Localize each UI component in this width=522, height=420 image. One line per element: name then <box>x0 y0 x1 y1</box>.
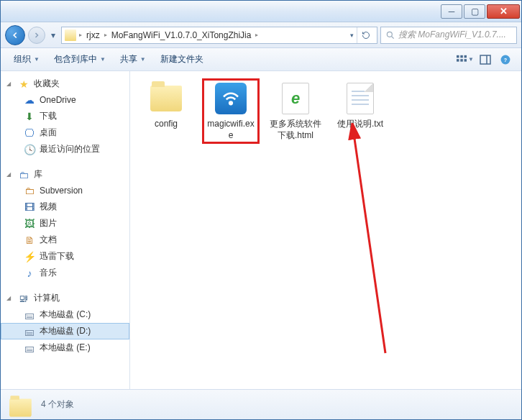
history-dropdown[interactable]: ▾ <box>48 28 58 42</box>
sidebar-item-downloads[interactable]: ⬇下载 <box>1 108 129 124</box>
help-icon: ? <box>500 55 510 65</box>
address-bar[interactable]: ▸ rjxz ▸ MoFangWiFi_V1.0.7.0_XiTongZhiJi… <box>61 27 377 44</box>
desktop-icon: 🖵 <box>24 127 35 139</box>
view-icon <box>457 55 467 65</box>
sidebar-item-thunder[interactable]: ⚡迅雷下载 <box>1 248 129 265</box>
expand-icon: ◢ <box>6 81 14 87</box>
file-label: magicwifi.exe <box>205 119 257 141</box>
chevron-down-icon: ▼ <box>140 56 146 63</box>
help-button[interactable]: ? <box>497 52 514 68</box>
search-input[interactable]: 搜索 MoFangWiFi_V1.0.7.... <box>380 27 517 44</box>
preview-pane-button[interactable] <box>477 52 494 68</box>
maximize-button[interactable]: ▢ <box>464 4 485 19</box>
sidebar-item-subversion[interactable]: 🗀Subversion <box>1 183 129 198</box>
sidebar-item-onedrive[interactable]: ☁OneDrive <box>1 92 129 108</box>
sidebar-item-music[interactable]: ♪音乐 <box>1 265 129 281</box>
address-dropdown[interactable]: ▾ <box>350 32 354 39</box>
content-area: ◢ ★ 收藏夹 ☁OneDrive ⬇下载 🖵桌面 🕓最近访问的位置 ◢ 🗀 库… <box>1 71 521 389</box>
svg-point-0 <box>387 32 392 37</box>
recent-icon: 🕓 <box>24 144 35 155</box>
folder-icon <box>149 81 183 116</box>
file-label: config <box>155 119 178 130</box>
view-options-button[interactable]: ▼ <box>457 52 474 68</box>
sidebar-item-drive-c[interactable]: 🖴本地磁盘 (C:) <box>1 306 129 323</box>
sidebar-group-computer: ◢ 🖳 计算机 🖴本地磁盘 (C:) 🖴本地磁盘 (D:) 🖴本地磁盘 (E:) <box>1 290 129 356</box>
sidebar-item-drive-d[interactable]: 🖴本地磁盘 (D:) <box>1 323 129 339</box>
cloud-icon: ☁ <box>24 94 35 106</box>
file-label: 使用说明.txt <box>337 119 383 130</box>
file-list[interactable]: config magicwifi.exe e 更多系统软件下载.html 使用说… <box>130 71 521 389</box>
sidebar-header-libraries[interactable]: ◢ 🗀 库 <box>1 166 129 183</box>
explorer-window: ─ ▢ ✕ ▾ ▸ rjxz ▸ MoFangWiFi_V1.0.7.0_XiT… <box>0 0 522 420</box>
app-icon <box>214 81 248 116</box>
video-icon: 🎞 <box>24 201 35 213</box>
svg-rect-2 <box>460 55 463 58</box>
svg-rect-5 <box>460 59 463 62</box>
file-item-txt[interactable]: 使用说明.txt <box>331 78 389 133</box>
breadcrumb-segment[interactable]: rjxz <box>85 30 101 40</box>
file-item-exe[interactable]: magicwifi.exe <box>202 78 260 144</box>
chevron-right-icon: ▸ <box>79 32 82 38</box>
folder-icon <box>9 395 32 415</box>
computer-icon: 🖳 <box>18 293 29 304</box>
new-folder-button[interactable]: 新建文件夹 <box>155 50 209 68</box>
sidebar-item-videos[interactable]: 🎞视频 <box>1 198 129 215</box>
back-button[interactable] <box>5 25 25 45</box>
navbar: ▾ ▸ rjxz ▸ MoFangWiFi_V1.0.7.0_XiTongZhi… <box>1 22 521 48</box>
library-icon: 🗀 <box>18 169 29 181</box>
svg-rect-1 <box>457 55 459 58</box>
file-item-folder[interactable]: config <box>137 78 195 133</box>
refresh-icon <box>362 31 370 40</box>
pane-icon <box>480 55 491 65</box>
drive-icon: 🖴 <box>24 326 35 337</box>
download-icon: ⬇ <box>24 111 35 122</box>
arrow-right-icon <box>32 31 41 40</box>
sidebar-item-pictures[interactable]: 🖼图片 <box>1 215 129 232</box>
breadcrumb-segment[interactable]: MoFangWiFi_V1.0.7.0_XiTongZhiJia <box>110 30 253 40</box>
statusbar: 4 个对象 <box>1 389 521 419</box>
chevron-down-icon: ▼ <box>34 56 40 63</box>
chevron-down-icon: ▼ <box>100 56 106 63</box>
share-menu[interactable]: 共享▼ <box>114 50 152 68</box>
sidebar-item-recent[interactable]: 🕓最近访问的位置 <box>1 141 129 158</box>
star-icon: ★ <box>18 78 29 90</box>
drive-icon: 🖴 <box>24 342 35 354</box>
svg-rect-3 <box>464 55 467 58</box>
minimize-button[interactable]: ─ <box>441 4 462 19</box>
drive-icon: 🖴 <box>24 309 35 321</box>
chevron-right-icon: ▸ <box>255 32 258 38</box>
picture-icon: 🖼 <box>24 218 35 229</box>
svg-rect-7 <box>480 55 490 64</box>
sidebar-item-drive-e[interactable]: 🖴本地磁盘 (E:) <box>1 339 129 356</box>
refresh-button[interactable] <box>357 27 374 43</box>
titlebar: ─ ▢ ✕ <box>1 1 521 22</box>
sidebar: ◢ ★ 收藏夹 ☁OneDrive ⬇下载 🖵桌面 🕓最近访问的位置 ◢ 🗀 库… <box>1 71 130 389</box>
annotation-arrow <box>342 123 400 360</box>
sidebar-item-documents[interactable]: 🗎文档 <box>1 232 129 248</box>
include-menu[interactable]: 包含到库中▼ <box>48 50 111 68</box>
svg-rect-4 <box>457 59 459 62</box>
organize-menu[interactable]: 组织▼ <box>8 50 45 68</box>
sidebar-header-computer[interactable]: ◢ 🖳 计算机 <box>1 290 129 306</box>
expand-icon: ◢ <box>6 171 14 178</box>
status-text: 4 个对象 <box>41 398 74 411</box>
folder-icon: 🗀 <box>24 185 35 196</box>
toolbar: 组织▼ 包含到库中▼ 共享▼ 新建文件夹 ▼ ? <box>1 48 521 71</box>
document-icon: 🗎 <box>24 234 35 246</box>
sidebar-item-desktop[interactable]: 🖵桌面 <box>1 124 129 141</box>
sidebar-group-favorites: ◢ ★ 收藏夹 ☁OneDrive ⬇下载 🖵桌面 🕓最近访问的位置 <box>1 76 129 158</box>
folder-icon <box>65 29 76 41</box>
close-button[interactable]: ✕ <box>487 4 520 19</box>
svg-point-11 <box>229 101 232 104</box>
text-icon <box>343 81 377 116</box>
thunder-icon: ⚡ <box>24 251 35 262</box>
sidebar-header-favorites[interactable]: ◢ ★ 收藏夹 <box>1 76 129 92</box>
html-icon: e <box>278 81 313 116</box>
file-label: 更多系统软件下载.html <box>270 119 321 141</box>
svg-rect-6 <box>464 59 467 62</box>
window-buttons: ─ ▢ ✕ <box>439 4 520 19</box>
wifi-icon <box>220 88 242 109</box>
file-item-html[interactable]: e 更多系统软件下载.html <box>267 78 324 144</box>
forward-button[interactable] <box>28 27 45 44</box>
chevron-down-icon: ▼ <box>468 56 474 63</box>
